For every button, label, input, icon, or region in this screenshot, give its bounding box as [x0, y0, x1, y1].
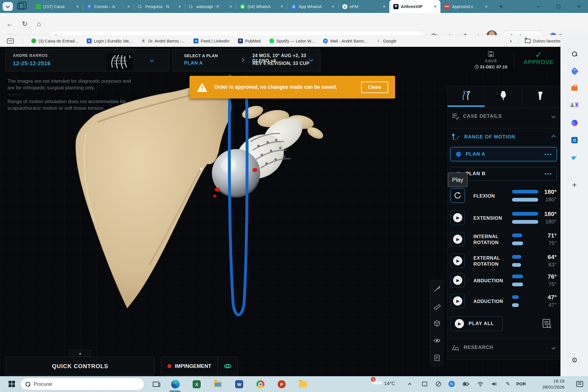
quick-controls-bar[interactable]: QUICK CONTROLS	[6, 357, 154, 376]
shopping-tag-icon[interactable]	[570, 67, 579, 75]
bookmark-linkedin[interactable]: inFeed | LinkedIn	[194, 38, 229, 43]
notification-center-icon[interactable]	[575, 380, 584, 388]
excel-taskbar-icon[interactable]: X	[192, 379, 202, 389]
pen-icon[interactable]: ✎	[504, 380, 512, 388]
minimize-window-button[interactable]: –	[530, 0, 547, 13]
powerpoint-taskbar-icon[interactable]: P	[277, 379, 287, 389]
bookmark-google[interactable]: GGoogle	[376, 38, 396, 43]
close-tab-icon[interactable]: ×	[229, 4, 233, 9]
new-tab-button[interactable]: +	[499, 2, 503, 10]
close-tab-icon[interactable]: ×	[331, 4, 335, 9]
telegram-icon[interactable]	[570, 153, 579, 161]
scalpel-tool-icon[interactable]	[434, 285, 440, 292]
tab-epm[interactable]: e ePM ×	[338, 0, 389, 13]
range-of-motion-section[interactable]: RANGE OF MOTION	[448, 128, 559, 145]
impingement-toggle[interactable]: IMPINGEMENT	[161, 363, 218, 369]
play-abduction-button[interactable]: ▶	[450, 273, 465, 287]
volume-icon[interactable]	[490, 380, 498, 388]
tab-search-menu-button[interactable]	[3, 2, 13, 11]
tab-correio[interactable]: ✉ Correio – A ×	[83, 0, 134, 13]
notes-tool-icon[interactable]	[434, 354, 440, 361]
impingement-visibility-button[interactable]	[218, 363, 237, 370]
bookmark-spotify[interactable]: Spotify — Leitor W...	[269, 38, 314, 43]
add-sidebar-app-icon[interactable]: +	[570, 181, 579, 189]
maximize-window-button[interactable]	[550, 0, 567, 13]
start-button[interactable]	[9, 381, 15, 387]
play-internal-rotation-button[interactable]: ▶	[450, 232, 465, 246]
case-details-section[interactable]: CASE DETAILS	[448, 107, 559, 125]
close-tab-icon[interactable]: ×	[75, 4, 80, 9]
patient-selector[interactable]: ANDRE BARROS 12-25-12-2516 L	[5, 49, 169, 72]
plan-a-row[interactable]: PLAN A	[450, 147, 557, 161]
file-explorer-taskbar-icon[interactable]	[213, 379, 223, 389]
reading-list-icon[interactable]	[7, 38, 14, 44]
sidebar-settings-icon[interactable]: ⚙	[570, 356, 579, 364]
tab-watssapt[interactable]: watssapt - P ×	[185, 0, 236, 13]
play-external-rotation-button[interactable]: ▶	[450, 254, 465, 268]
close-tab-icon[interactable]: ×	[382, 4, 386, 9]
plan-menu-icon[interactable]	[545, 154, 551, 155]
close-window-button[interactable]: ×	[571, 0, 587, 13]
play-extension-button[interactable]: ▶	[450, 211, 465, 225]
sync-status-icon[interactable]: ↻	[447, 380, 456, 388]
tab-whatsapp[interactable]: (54) WhatsA ×	[236, 0, 287, 13]
wifi-icon[interactable]	[476, 380, 485, 388]
tablet-mode-icon[interactable]	[420, 380, 429, 388]
close-tab-icon[interactable]: ×	[126, 4, 131, 9]
battery-icon[interactable]	[462, 380, 470, 388]
tab-app-whatsapp[interactable]: A App WhatsA ×	[287, 0, 338, 13]
tab-arthrexvip-active[interactable]: ArthrexVIP ×	[389, 0, 440, 13]
play-adduction-button[interactable]: ▶	[450, 294, 465, 308]
tools-icon[interactable]	[570, 84, 579, 92]
tab-humeral-implant[interactable]	[522, 86, 559, 105]
microsoft365-icon[interactable]	[570, 119, 579, 127]
save-button[interactable]: SAVE 31-DEC 07:15	[474, 51, 508, 69]
close-tab-icon[interactable]: ×	[177, 4, 182, 9]
play-flexion-button[interactable]	[450, 188, 465, 203]
word-taskbar-icon[interactable]: W	[234, 379, 244, 389]
tab-caixa[interactable]: (157) Caixa ×	[32, 0, 83, 13]
outlook-icon[interactable]: O	[570, 136, 579, 144]
tab-actions-icon[interactable]	[17, 3, 24, 9]
report-search-icon[interactable]	[541, 318, 552, 329]
sidebar-search-icon[interactable]	[570, 50, 579, 58]
tab-approved-pdf[interactable]: PDF Approved.s ×	[440, 0, 492, 13]
refresh-button[interactable]: ↻	[22, 20, 28, 28]
plan-config-selector[interactable]: SELECT A PLAN PLAN A 24 MGS, 10° AUG +2,…	[172, 49, 320, 72]
close-tab-icon[interactable]: ×	[433, 4, 438, 9]
bookmark-pubmed[interactable]: PPubMed	[238, 38, 261, 43]
3d-view-tool-icon[interactable]	[434, 320, 440, 327]
chevron-down-icon[interactable]	[552, 114, 556, 118]
bookmark-caixa[interactable]: (3) Caixa de Entrad...	[31, 38, 78, 43]
chevron-up-icon[interactable]	[552, 135, 556, 139]
other-favorites-folder[interactable]: Outros favoritos	[525, 39, 562, 43]
banner-close-button[interactable]: Close	[361, 82, 388, 93]
bookmarks-overflow-icon[interactable]: ›	[510, 37, 512, 45]
plan-menu-icon[interactable]	[545, 173, 551, 175]
research-section[interactable]: RESEARCH	[448, 339, 559, 356]
chevron-down-icon[interactable]	[150, 58, 154, 62]
chevron-down-icon[interactable]	[552, 345, 556, 349]
bookmark-mail[interactable]: ✉Mail - André Barro...	[323, 38, 367, 43]
bookmark-eurobic[interactable]: ALogin | EuroBic Ide...	[87, 38, 132, 43]
quick-controls-expand-tab[interactable]: ▲	[69, 350, 91, 357]
hidden-icons-chevron[interactable]	[405, 380, 414, 388]
tab-joint-view[interactable]	[448, 86, 485, 105]
language-indicator[interactable]: POR	[517, 380, 525, 388]
taskbar-search[interactable]: Procurar	[21, 378, 144, 390]
scan-thumbnail[interactable]: L	[107, 54, 132, 70]
tab-pesquisa[interactable]: Pesquisa - N ×	[134, 0, 185, 13]
edge-taskbar-icon[interactable]	[171, 379, 180, 389]
close-tab-icon[interactable]: ×	[280, 4, 284, 9]
weather-temp[interactable]: 14°C	[384, 381, 395, 387]
approve-button[interactable]: ✓ APPROVE	[519, 51, 559, 65]
games-icon[interactable]: ♟♜	[570, 101, 579, 109]
weather-widget[interactable]: 1	[372, 376, 382, 392]
taskbar-pinned-app-icon[interactable]	[298, 379, 308, 389]
close-tab-icon[interactable]: ×	[484, 4, 489, 9]
home-button[interactable]: ⌂	[37, 20, 41, 28]
task-view-button[interactable]	[151, 379, 161, 389]
bookmark-dr-andre[interactable]: BDr. André Barros -...	[141, 38, 185, 43]
play-all-button[interactable]: ▶ PLAY ALL	[450, 316, 503, 331]
clock[interactable]: 16:19 28/01/2026	[537, 378, 564, 390]
